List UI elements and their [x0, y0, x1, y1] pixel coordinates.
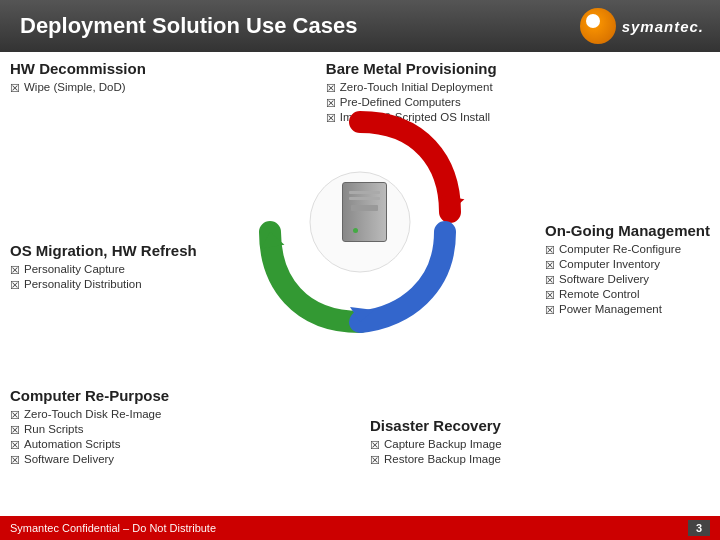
symantec-logo-icon: [580, 8, 616, 44]
footer-page-number: 3: [688, 520, 710, 536]
hw-decommission-item-1: ☒ Wipe (Simple, DoD): [10, 81, 146, 95]
os-migration-item-1: ☒ Personality Capture: [10, 263, 197, 277]
repurpose-item-2: ☒ Run Scripts: [10, 423, 169, 437]
checkbox-icon: ☒: [545, 274, 555, 287]
slide-title: Deployment Solution Use Cases: [20, 13, 357, 39]
checkbox-icon: ☒: [10, 439, 20, 452]
checkbox-icon: ☒: [545, 244, 555, 257]
checkbox-icon: ☒: [10, 279, 20, 292]
tower-stripe-2: [349, 197, 380, 200]
disaster-item-1: ☒ Capture Backup Image: [370, 438, 502, 452]
repurpose-item-3: ☒ Automation Scripts: [10, 438, 169, 452]
footer: Symantec Confidential – Do Not Distribut…: [0, 516, 720, 540]
checkbox-icon: ☒: [10, 264, 20, 277]
computer-repurpose-section: Computer Re-Purpose ☒ Zero-Touch Disk Re…: [10, 387, 169, 468]
header: Deployment Solution Use Cases symantec.: [0, 0, 720, 52]
os-migration-section: OS Migration, HW Refresh ☒ Personality C…: [10, 242, 197, 293]
tower-stripe-1: [349, 191, 380, 194]
ongoing-management-title: On-Going Management: [545, 222, 710, 239]
ongoing-item-3: ☒ Software Delivery: [545, 273, 710, 287]
checkbox-icon: ☒: [326, 82, 336, 95]
repurpose-item-4: ☒ Software Delivery: [10, 453, 169, 467]
checkbox-icon: ☒: [10, 424, 20, 437]
computer-repurpose-title: Computer Re-Purpose: [10, 387, 169, 404]
computer-tower-icon: [342, 182, 387, 242]
ongoing-item-1: ☒ Computer Re-Configure: [545, 243, 710, 257]
tower-drive: [351, 205, 378, 211]
hw-decommission-title: HW Decommission: [10, 60, 146, 77]
center-diagram: [250, 102, 470, 342]
disaster-item-2: ☒ Restore Backup Image: [370, 453, 502, 467]
footer-confidential-text: Symantec Confidential – Do Not Distribut…: [10, 522, 216, 534]
logo-text: symantec.: [622, 18, 704, 35]
logo-area: symantec.: [580, 8, 704, 44]
bare-metal-title: Bare Metal Provisioning: [326, 60, 497, 77]
hw-decommission-section: HW Decommission ☒ Wipe (Simple, DoD): [10, 60, 146, 96]
ongoing-management-section: On-Going Management ☒ Computer Re-Config…: [545, 222, 710, 318]
checkbox-icon: ☒: [545, 289, 555, 302]
ongoing-item-4: ☒ Remote Control: [545, 288, 710, 302]
tower-body: [342, 182, 387, 242]
main-content: Bare Metal Provisioning ☒ Zero-Touch Ini…: [0, 52, 720, 528]
checkbox-icon: ☒: [10, 82, 20, 95]
os-migration-title: OS Migration, HW Refresh: [10, 242, 197, 259]
ongoing-item-5: ☒ Power Management: [545, 303, 710, 317]
checkbox-icon: ☒: [370, 439, 380, 452]
disaster-recovery-title: Disaster Recovery: [370, 417, 502, 434]
checkbox-icon: ☒: [370, 454, 380, 467]
disaster-recovery-section: Disaster Recovery ☒ Capture Backup Image…: [370, 417, 502, 468]
checkbox-icon: ☒: [10, 409, 20, 422]
bare-metal-item-1: ☒ Zero-Touch Initial Deployment: [326, 81, 497, 95]
checkbox-icon: ☒: [545, 259, 555, 272]
checkbox-icon: ☒: [10, 454, 20, 467]
tower-light: [353, 228, 358, 233]
checkbox-icon: ☒: [545, 304, 555, 317]
os-migration-item-2: ☒ Personality Distribution: [10, 278, 197, 292]
ongoing-item-2: ☒ Computer Inventory: [545, 258, 710, 272]
repurpose-item-1: ☒ Zero-Touch Disk Re-Image: [10, 408, 169, 422]
